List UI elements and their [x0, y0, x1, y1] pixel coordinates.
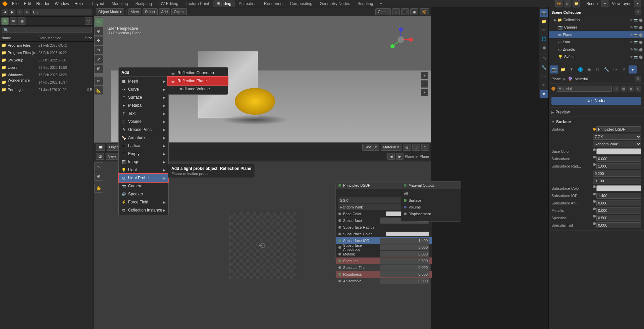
material-name-field[interactable]: Material — [557, 86, 612, 92]
file-item[interactable]: 📁 Windows 15 Feb 2023 13:25 — [0, 71, 94, 79]
img-left-arrow[interactable]: ◀ — [387, 153, 395, 160]
subsurface-ani-value[interactable]: 0.000 — [596, 200, 641, 206]
menu-item-file[interactable]: File — [9, 0, 21, 7]
tab-geometry-nodes[interactable]: Geometry Nodes — [316, 0, 354, 7]
viewport-shading-global[interactable]: Global — [375, 8, 391, 15]
menu-item-force-field[interactable]: ⚡ Force Field ▶ — [119, 198, 168, 206]
sc-zrvadlo-item[interactable]: ▭ Zrvadlo 👁 📷 ⬤ — [549, 46, 644, 53]
menu-item-mesh[interactable]: ▦ Mesh ▶ — [119, 77, 168, 85]
nav-refresh[interactable]: ↻ — [24, 9, 30, 15]
navigation-gizmo[interactable]: Z X Y — [387, 26, 414, 53]
select-tool[interactable]: ↖ — [94, 17, 103, 26]
menu-item-help[interactable]: Help — [72, 0, 86, 7]
tab-texture-paint[interactable]: Texture Paint — [182, 0, 213, 7]
sc-options-btn[interactable]: ≡ — [635, 9, 641, 15]
menu-item-volume[interactable]: ◌ Volume ▶ — [119, 117, 168, 126]
subsurface-color-prop-value[interactable] — [596, 185, 641, 191]
viewport-add-menu[interactable]: Add — [159, 8, 170, 15]
tab-scripting[interactable]: Scripting — [354, 0, 377, 7]
file-item[interactable]: 📁 SWSetup 03 Oct 2022 08:08 — [0, 56, 94, 64]
sc-eye-icon[interactable]: 👁 — [630, 26, 633, 29]
subsurface-rad-value[interactable]: 1.000 — [596, 163, 641, 169]
sc-sklo-item[interactable]: ▭ Sklo 👁 📷 ⬤ — [549, 38, 644, 46]
annotate-tool[interactable]: ✏ — [94, 77, 103, 85]
ri-scene-btn[interactable]: 🌐 — [540, 35, 548, 43]
tab-uv-editing[interactable]: UV Editing — [156, 0, 182, 7]
metallic-input[interactable] — [380, 251, 429, 257]
tab-compositing[interactable]: Compositing — [286, 0, 316, 7]
subsurface-ior-input[interactable] — [380, 238, 429, 244]
material-options-btn[interactable]: ▽ — [635, 86, 641, 92]
viewport-gizmo-btn[interactable]: ⊞ — [401, 8, 409, 15]
roughness-input[interactable] — [380, 271, 429, 277]
scale-tool[interactable]: ⤢ — [94, 55, 103, 64]
menu-item-curve[interactable]: 〜 Curve ▶ — [119, 85, 168, 93]
preview-toggle[interactable]: ▶ Preview — [551, 108, 641, 116]
anisotropic-input[interactable] — [380, 278, 429, 284]
tab-sculpting[interactable]: Sculpting — [132, 0, 155, 7]
subsurface-anisotropy-input[interactable] — [380, 244, 429, 250]
sc-eye-icon[interactable]: 👁 — [630, 33, 633, 37]
file-item[interactable]: 📁 Users 28 Sep 2022 19:50 — [0, 64, 94, 71]
engine-btn[interactable]: 🔆 — [555, 0, 562, 7]
img-view-menu[interactable]: View — [106, 153, 118, 160]
props-obj-icon[interactable]: ⬡ — [594, 65, 602, 74]
viewport-view-menu[interactable]: View — [128, 8, 141, 15]
menu-item-grease-pencil[interactable]: ✎ Grease Pencil ▶ — [119, 126, 168, 134]
viewport-shading-mode[interactable]: ◉ — [410, 8, 418, 15]
render-pass-btn[interactable]: ⊞ — [412, 144, 420, 151]
measure-tool[interactable]: 📐 — [94, 86, 103, 95]
file-item[interactable]: 📁 PerfLogs 01 Jan 1970 01:00 0 B — [0, 86, 94, 93]
ri-material-btn[interactable]: ● — [540, 90, 548, 98]
distribution-select[interactable]: GGX — [593, 134, 641, 140]
filter-btn[interactable]: ▽ — [85, 17, 92, 25]
use-nodes-button[interactable]: Use Nodes — [551, 97, 641, 105]
menu-item-render[interactable]: Render — [34, 0, 52, 7]
props-particles-icon[interactable]: ⋯ — [611, 65, 619, 74]
specular-tint-input[interactable] — [380, 265, 429, 271]
search-input[interactable] — [2, 27, 92, 33]
zoom-out-btn[interactable]: − — [421, 80, 428, 88]
tab-shading[interactable]: Shading — [213, 0, 235, 7]
props-output-icon[interactable]: 📁 — [559, 65, 567, 74]
sc-eye-icon[interactable]: 👁 — [630, 18, 633, 22]
menu-item-empty[interactable]: ⊕ Empty ▶ — [119, 150, 168, 158]
view-list-btn[interactable]: ≡ — [1, 17, 9, 25]
menu-item-light-probe[interactable]: ◎ Light Probe ▶ — [119, 174, 168, 182]
material-selector[interactable]: Material ▾ — [381, 144, 401, 151]
rotate-tool[interactable]: ↻ — [94, 46, 103, 54]
img-cursor-tool[interactable]: ⊕ — [94, 172, 103, 181]
sc-svetla-item[interactable]: 💡 Světla 👁 📷 ⬤ — [549, 53, 644, 60]
nav-forward[interactable]: ▶ — [9, 9, 15, 15]
sc-eye-icon[interactable]: 👁 — [630, 48, 633, 51]
viewlayer-selector[interactable]: ▾ — [634, 0, 641, 7]
ri-output-btn[interactable]: 📁 — [540, 17, 548, 26]
props-view-icon[interactable]: 👁 — [568, 65, 576, 74]
img-editor-type[interactable]: 🖼 — [96, 153, 104, 160]
props-modifier-icon[interactable]: 🔧 — [602, 65, 610, 74]
sc-camera-icon[interactable]: 📷 — [634, 40, 638, 44]
subsurface-ior-prop-value[interactable]: 1.400 — [596, 193, 641, 199]
viewport-mode-selector[interactable]: Object Mode ▾ — [96, 8, 124, 15]
sc-camera-icon[interactable]: 📷 — [634, 33, 638, 37]
surface-type-value[interactable]: Principled BSDF — [596, 126, 641, 132]
sc-render-icon[interactable]: ⬤ — [639, 40, 643, 44]
sc-render-icon[interactable]: ⬤ — [639, 48, 643, 51]
menu-item-armature[interactable]: 🦴 Armature ▶ — [119, 134, 168, 142]
metallic-prop-value[interactable]: 0.000 — [596, 207, 641, 214]
slot-selector[interactable]: Slot 1 ▾ — [362, 144, 379, 151]
menu-item-window[interactable]: Window — [52, 0, 72, 7]
viewport-overlay-btn[interactable]: ⊙ — [392, 8, 400, 15]
viewport-select-menu[interactable]: Select — [143, 8, 158, 15]
tab-layout[interactable]: Layout — [89, 0, 108, 7]
menu-item-text[interactable]: T Text ▶ — [119, 109, 168, 117]
viewport-render-mode[interactable]: 🔆 — [420, 8, 429, 15]
submenu-reflection-cubemap[interactable]: ◎ Reflection Cubemap — [168, 69, 228, 77]
menu-item-metaball[interactable]: ● Metaball ▶ — [119, 101, 168, 109]
props-world-icon[interactable]: ◉ — [585, 65, 593, 74]
subsurface-prop-value[interactable]: 0.000 — [596, 156, 641, 162]
ri-particles-btn[interactable]: ⋯ — [540, 72, 548, 80]
tab-modeling[interactable]: Modeling — [108, 0, 131, 7]
view-icons-btn[interactable]: ▦ — [18, 17, 25, 25]
menu-item-collection-instance[interactable]: ⧉ Collection Instance ▶ — [119, 206, 168, 214]
